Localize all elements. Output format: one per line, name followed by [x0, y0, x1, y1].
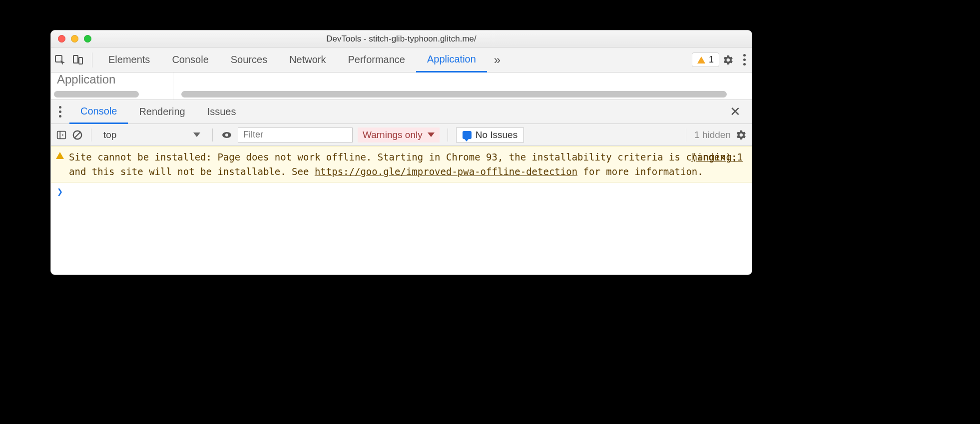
divider — [91, 128, 91, 142]
window-controls — [51, 35, 91, 42]
console-settings-button[interactable] — [736, 127, 747, 143]
warning-icon — [697, 56, 705, 64]
warning-message: Site cannot be installed: Page does not … — [69, 150, 743, 178]
app-sidebar-fragment: Application — [51, 72, 173, 100]
console-prompt[interactable]: ❯ — [51, 182, 752, 200]
main-tabs-bar: Elements Console Sources Network Perform… — [51, 48, 752, 72]
drawer-tab-rendering[interactable]: Rendering — [128, 100, 196, 124]
divider — [212, 128, 213, 142]
issues-shortcut-button[interactable]: No Issues — [456, 128, 524, 142]
close-drawer-button[interactable]: ✕ — [724, 104, 747, 120]
main-menu-button[interactable] — [737, 54, 752, 66]
prompt-chevron-icon: ❯ — [57, 186, 63, 198]
tab-performance[interactable]: Performance — [337, 48, 417, 72]
sidebar-toggle-icon[interactable] — [56, 127, 67, 143]
issues-count: 1 — [709, 54, 714, 65]
warning-link[interactable]: https://goo.gle/improved-pwa-offline-det… — [315, 166, 577, 177]
warning-icon — [56, 152, 64, 159]
devtools-window: DevTools - stitch-glib-typhoon.glitch.me… — [50, 30, 752, 275]
clear-console-icon[interactable] — [72, 127, 83, 143]
tab-application[interactable]: Application — [416, 48, 487, 72]
drawer-tab-issues[interactable]: Issues — [196, 100, 247, 124]
drawer-tab-console[interactable]: Console — [69, 100, 128, 124]
console-warning-row[interactable]: Site cannot be installed: Page does not … — [51, 146, 752, 182]
titlebar: DevTools - stitch-glib-typhoon.glitch.me… — [51, 30, 752, 48]
tab-console[interactable]: Console — [161, 48, 219, 72]
svg-rect-2 — [79, 58, 82, 64]
tab-sources[interactable]: Sources — [220, 48, 278, 72]
app-content-fragment — [173, 72, 752, 100]
application-panel-strip: Application — [51, 72, 752, 100]
divider — [92, 52, 92, 68]
no-issues-label: No Issues — [476, 130, 517, 140]
console-filter-input[interactable] — [238, 128, 353, 142]
svg-rect-1 — [73, 56, 78, 63]
settings-button[interactable] — [719, 51, 737, 69]
issues-counter[interactable]: 1 — [692, 52, 719, 67]
hidden-messages-label[interactable]: 1 hidden — [694, 130, 731, 140]
drawer-menu-button[interactable] — [51, 106, 69, 118]
tabs-overflow-button[interactable]: » — [487, 53, 507, 67]
close-window-button[interactable] — [58, 35, 65, 42]
window-title: DevTools - stitch-glib-typhoon.glitch.me… — [51, 34, 752, 44]
tab-elements[interactable]: Elements — [97, 48, 161, 72]
execution-context-select[interactable]: top — [99, 128, 204, 142]
message-icon — [463, 131, 472, 139]
device-toggle-icon[interactable] — [69, 51, 87, 69]
divider — [448, 128, 448, 142]
svg-point-6 — [225, 134, 228, 136]
minimize-window-button[interactable] — [71, 35, 78, 42]
sidebar-scrollbar[interactable] — [54, 91, 139, 98]
fullscreen-window-button[interactable] — [84, 35, 91, 42]
console-output: Site cannot be installed: Page does not … — [51, 146, 752, 274]
inspect-icon[interactable] — [51, 51, 69, 69]
warning-text-after: for more information. — [577, 166, 703, 177]
console-toolbar: top Warnings only No Issues 1 hidden — [51, 124, 752, 146]
exec-context-label: top — [103, 130, 116, 140]
drawer-tabs-bar: Console Rendering Issues ✕ — [51, 100, 752, 124]
divider — [686, 128, 686, 142]
chevron-down-icon — [428, 132, 435, 137]
message-source-link[interactable]: (index):1 — [691, 150, 743, 164]
tab-network[interactable]: Network — [278, 48, 337, 72]
log-level-label: Warnings only — [363, 130, 423, 140]
log-level-select[interactable]: Warnings only — [358, 128, 440, 142]
sidebar-heading: Application — [57, 72, 115, 88]
content-scrollbar[interactable] — [181, 91, 727, 98]
chevron-down-icon — [193, 132, 200, 137]
svg-rect-3 — [57, 131, 66, 138]
live-expression-icon[interactable] — [221, 127, 233, 143]
